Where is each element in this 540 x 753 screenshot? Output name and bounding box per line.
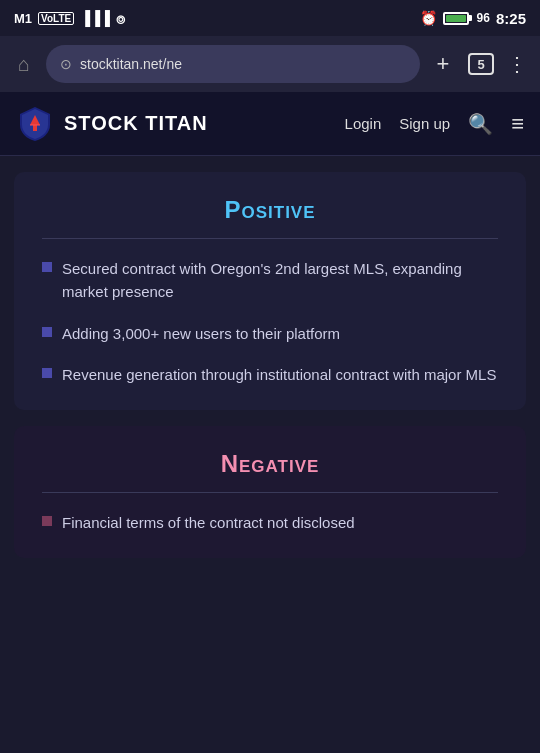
list-item: Adding 3,000+ new users to their platfor… xyxy=(42,322,498,345)
positive-item-1: Secured contract with Oregon's 2nd large… xyxy=(62,257,498,304)
positive-item-3: Revenue generation through institutional… xyxy=(62,363,496,386)
status-left: M1 VoLTE ▐▐▐ ⌾ xyxy=(14,10,125,27)
bullet-icon xyxy=(42,262,52,272)
list-item: Financial terms of the contract not disc… xyxy=(42,511,498,534)
site-nav: Login Sign up 🔍 ≡ xyxy=(345,111,524,137)
carrier-label: M1 xyxy=(14,11,32,26)
logo-area: STOCK TITAN xyxy=(16,105,345,143)
positive-list: Secured contract with Oregon's 2nd large… xyxy=(42,257,498,386)
bullet-icon xyxy=(42,327,52,337)
signup-link[interactable]: Sign up xyxy=(399,115,450,132)
browser-home-icon[interactable]: ⌂ xyxy=(10,53,38,76)
hamburger-menu-icon[interactable]: ≡ xyxy=(511,111,524,137)
negative-item-1: Financial terms of the contract not disc… xyxy=(62,511,355,534)
browser-chrome: ⌂ ⊙ stocktitan.net/ne + 5 ⋮ xyxy=(0,36,540,92)
list-item: Revenue generation through institutional… xyxy=(42,363,498,386)
browser-menu-icon[interactable]: ⋮ xyxy=(504,52,530,76)
alarm-icon: ⏰ xyxy=(420,10,437,26)
main-content: Positive Secured contract with Oregon's … xyxy=(0,172,540,558)
login-link[interactable]: Login xyxy=(345,115,382,132)
site-header: STOCK TITAN Login Sign up 🔍 ≡ xyxy=(0,92,540,156)
search-icon[interactable]: 🔍 xyxy=(468,112,493,136)
status-bar: M1 VoLTE ▐▐▐ ⌾ ⏰ 96 8:25 xyxy=(0,0,540,36)
positive-title: Positive xyxy=(42,196,498,224)
positive-item-2: Adding 3,000+ new users to their platfor… xyxy=(62,322,340,345)
time-display: 8:25 xyxy=(496,10,526,27)
battery-icon: 96 xyxy=(443,11,490,25)
logo-icon xyxy=(16,105,54,143)
negative-title: Negative xyxy=(42,450,498,478)
signal-icon: ▐▐▐ xyxy=(80,10,110,26)
positive-divider xyxy=(42,238,498,239)
negative-card: Negative Financial terms of the contract… xyxy=(14,426,526,558)
volte-badge: VoLTE xyxy=(38,12,74,25)
status-right: ⏰ 96 8:25 xyxy=(420,10,526,27)
battery-percent: 96 xyxy=(477,11,490,25)
url-bar[interactable]: ⊙ stocktitan.net/ne xyxy=(46,45,420,83)
logo-text: STOCK TITAN xyxy=(64,112,208,135)
url-security-icon: ⊙ xyxy=(60,56,72,72)
bullet-icon xyxy=(42,368,52,378)
url-text: stocktitan.net/ne xyxy=(80,56,406,72)
positive-card: Positive Secured contract with Oregon's … xyxy=(14,172,526,410)
negative-divider xyxy=(42,492,498,493)
negative-list: Financial terms of the contract not disc… xyxy=(42,511,498,534)
bullet-icon xyxy=(42,516,52,526)
wifi-icon: ⌾ xyxy=(116,10,125,27)
new-tab-icon[interactable]: + xyxy=(428,51,458,77)
list-item: Secured contract with Oregon's 2nd large… xyxy=(42,257,498,304)
browser-actions: + 5 ⋮ xyxy=(428,51,530,77)
tab-count-badge[interactable]: 5 xyxy=(468,53,494,75)
